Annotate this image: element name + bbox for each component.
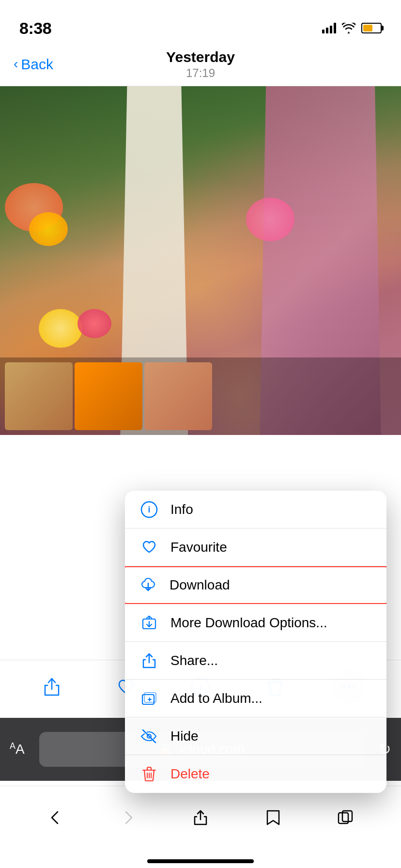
album-icon	[139, 689, 159, 708]
menu-item-hide[interactable]: Hide	[125, 717, 386, 755]
nav-bookmarks-button[interactable]	[256, 801, 290, 835]
menu-item-info[interactable]: i Info	[125, 491, 386, 528]
info-icon: i	[139, 500, 159, 519]
flower-cluster-5	[77, 309, 111, 338]
wifi-icon	[342, 23, 355, 33]
menu-item-share[interactable]: Share...	[125, 642, 386, 680]
share-icon	[139, 651, 159, 670]
photo-area	[0, 86, 401, 435]
flower-cluster-2	[29, 212, 68, 246]
trash-icon	[139, 764, 159, 784]
menu-item-delete[interactable]: Delete	[125, 755, 386, 793]
battery-icon	[361, 23, 382, 33]
back-button[interactable]: ‹ Back	[14, 56, 53, 73]
context-menu: i Info Favourite Download	[125, 491, 386, 793]
menu-item-download[interactable]: Download	[125, 566, 386, 604]
menu-item-favourite[interactable]: Favourite	[125, 528, 386, 566]
nav-forward-button[interactable]	[111, 801, 145, 835]
menu-item-more-download[interactable]: More Download Options...	[125, 604, 386, 642]
menu-item-favourite-label: Favourite	[170, 540, 227, 555]
thumbnail-3[interactable]	[144, 362, 212, 430]
menu-item-add-album-label: Add to Album...	[170, 691, 262, 706]
back-chevron-icon: ‹	[14, 56, 18, 72]
thumbnail-1[interactable]	[5, 362, 73, 430]
status-bar: 8:38	[0, 0, 401, 43]
status-icons	[322, 23, 382, 33]
flower-cluster-3	[246, 198, 294, 241]
download-icon	[139, 575, 158, 595]
nav-share-button[interactable]	[184, 801, 217, 835]
flower-cluster-4	[39, 309, 82, 348]
nav-title-block: Yesterday 17:19	[166, 49, 235, 80]
menu-item-more-download-label: More Download Options...	[170, 615, 327, 631]
nav-back-button[interactable]	[39, 801, 73, 835]
nav-bar: ‹ Back Yesterday 17:19	[0, 43, 401, 86]
menu-item-add-album[interactable]: Add to Album...	[125, 680, 386, 717]
nav-tabs-button[interactable]	[328, 801, 362, 835]
status-time: 8:38	[19, 19, 51, 38]
aa-large: A	[15, 742, 25, 757]
nav-subtitle: 17:19	[166, 66, 235, 80]
heart-icon	[139, 538, 159, 557]
more-download-icon	[139, 613, 159, 633]
thumbnail-2[interactable]	[75, 362, 142, 430]
menu-item-share-label: Share...	[170, 653, 218, 668]
menu-item-download-label: Download	[170, 577, 230, 593]
bottom-nav	[0, 786, 401, 849]
nav-title: Yesterday	[166, 49, 235, 65]
home-indicator	[147, 859, 254, 863]
signal-bars-icon	[322, 23, 336, 33]
aa-small: A	[10, 741, 15, 751]
menu-item-hide-label: Hide	[170, 728, 199, 744]
svg-text:i: i	[148, 505, 150, 514]
back-label: Back	[21, 56, 53, 73]
browser-aa-button[interactable]: AA	[10, 741, 25, 757]
thumbnail-strip	[0, 357, 401, 435]
toolbar-share-button[interactable]	[35, 670, 69, 704]
menu-item-delete-label: Delete	[170, 766, 210, 782]
menu-item-info-label: Info	[170, 502, 193, 517]
hide-icon	[139, 727, 159, 746]
